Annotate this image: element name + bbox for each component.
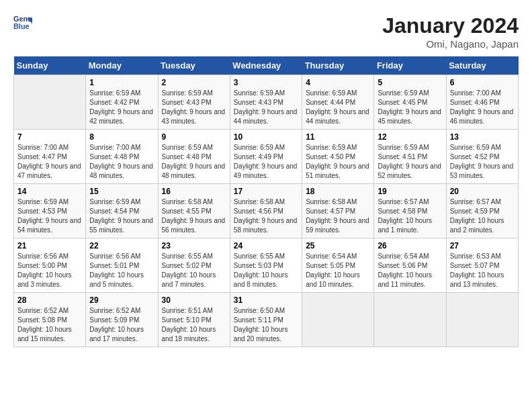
- calendar-cell: 29Sunrise: 6:52 AMSunset: 5:09 PMDayligh…: [86, 293, 158, 347]
- calendar-cell: 16Sunrise: 6:58 AMSunset: 4:55 PMDayligh…: [158, 184, 230, 238]
- title-block: January 2024 Omi, Nagano, Japan: [382, 13, 519, 50]
- day-number: 18: [306, 187, 370, 196]
- day-info: Sunrise: 7:00 AMSunset: 4:48 PMDaylight:…: [89, 143, 154, 181]
- calendar-cell: [14, 75, 86, 130]
- svg-text:Blue: Blue: [13, 22, 30, 30]
- day-number: 29: [89, 295, 154, 305]
- calendar-cell: 21Sunrise: 6:56 AMSunset: 5:00 PMDayligh…: [14, 238, 86, 293]
- day-number: 8: [89, 132, 154, 142]
- day-number: 19: [378, 187, 442, 196]
- day-info: Sunrise: 6:52 AMSunset: 5:08 PMDaylight:…: [17, 306, 82, 344]
- day-number: 13: [450, 132, 515, 142]
- day-number: 7: [17, 132, 82, 142]
- calendar-cell: [302, 293, 374, 347]
- day-info: Sunrise: 6:59 AMSunset: 4:52 PMDaylight:…: [450, 143, 515, 181]
- day-info: Sunrise: 6:57 AMSunset: 4:58 PMDaylight:…: [378, 197, 442, 235]
- calendar-cell: 7Sunrise: 7:00 AMSunset: 4:47 PMDaylight…: [14, 130, 86, 184]
- page-header: General Blue January 2024 Omi, Nagano, J…: [13, 13, 519, 50]
- day-number: 20: [450, 187, 515, 196]
- day-info: Sunrise: 6:58 AMSunset: 4:56 PMDaylight:…: [234, 197, 298, 235]
- day-number: 26: [378, 241, 442, 250]
- day-number: 25: [306, 241, 370, 250]
- day-info: Sunrise: 6:59 AMSunset: 4:43 PMDaylight:…: [162, 89, 226, 126]
- day-info: Sunrise: 6:56 AMSunset: 5:01 PMDaylight:…: [89, 252, 154, 289]
- day-number: 16: [162, 187, 226, 196]
- day-info: Sunrise: 6:59 AMSunset: 4:43 PMDaylight:…: [234, 89, 298, 126]
- calendar-week-row: 1Sunrise: 6:59 AMSunset: 4:42 PMDaylight…: [14, 75, 519, 130]
- calendar-cell: 1Sunrise: 6:59 AMSunset: 4:42 PMDaylight…: [86, 75, 158, 130]
- calendar-cell: [446, 293, 518, 347]
- calendar-cell: 19Sunrise: 6:57 AMSunset: 4:58 PMDayligh…: [374, 184, 446, 238]
- day-number: 15: [89, 187, 154, 196]
- day-info: Sunrise: 6:53 AMSunset: 5:07 PMDaylight:…: [450, 252, 515, 289]
- calendar-cell: 17Sunrise: 6:58 AMSunset: 4:56 PMDayligh…: [230, 184, 302, 238]
- day-number: 28: [17, 295, 82, 305]
- calendar-cell: 18Sunrise: 6:58 AMSunset: 4:57 PMDayligh…: [302, 184, 374, 238]
- day-number: 1: [89, 78, 154, 87]
- calendar-cell: 8Sunrise: 7:00 AMSunset: 4:48 PMDaylight…: [86, 130, 158, 184]
- day-info: Sunrise: 7:00 AMSunset: 4:46 PMDaylight:…: [450, 89, 515, 126]
- day-info: Sunrise: 6:59 AMSunset: 4:48 PMDaylight:…: [162, 143, 226, 181]
- day-info: Sunrise: 6:59 AMSunset: 4:54 PMDaylight:…: [89, 197, 154, 235]
- day-number: 31: [234, 295, 298, 305]
- calendar-cell: 11Sunrise: 6:59 AMSunset: 4:50 PMDayligh…: [302, 130, 374, 184]
- day-info: Sunrise: 6:58 AMSunset: 4:57 PMDaylight:…: [306, 197, 370, 235]
- weekday-header-tuesday: Tuesday: [158, 56, 230, 75]
- weekday-header-saturday: Saturday: [446, 56, 518, 75]
- calendar-cell: [374, 293, 446, 347]
- calendar-week-row: 14Sunrise: 6:59 AMSunset: 4:53 PMDayligh…: [14, 184, 519, 238]
- day-info: Sunrise: 6:59 AMSunset: 4:49 PMDaylight:…: [234, 143, 298, 181]
- day-number: 9: [162, 132, 226, 142]
- day-info: Sunrise: 6:54 AMSunset: 5:05 PMDaylight:…: [306, 252, 370, 289]
- day-info: Sunrise: 6:50 AMSunset: 5:11 PMDaylight:…: [234, 306, 298, 344]
- day-info: Sunrise: 6:52 AMSunset: 5:09 PMDaylight:…: [89, 306, 154, 344]
- logo: General Blue: [13, 13, 32, 32]
- day-number: 24: [234, 241, 298, 250]
- day-number: 2: [162, 78, 226, 87]
- calendar-cell: 26Sunrise: 6:54 AMSunset: 5:06 PMDayligh…: [374, 238, 446, 293]
- day-info: Sunrise: 6:51 AMSunset: 5:10 PMDaylight:…: [162, 306, 226, 344]
- calendar-cell: 12Sunrise: 6:59 AMSunset: 4:51 PMDayligh…: [374, 130, 446, 184]
- location: Omi, Nagano, Japan: [382, 38, 519, 50]
- calendar-cell: 10Sunrise: 6:59 AMSunset: 4:49 PMDayligh…: [230, 130, 302, 184]
- weekday-header-monday: Monday: [86, 56, 158, 75]
- day-info: Sunrise: 6:55 AMSunset: 5:02 PMDaylight:…: [162, 252, 226, 289]
- day-info: Sunrise: 6:54 AMSunset: 5:06 PMDaylight:…: [378, 252, 442, 289]
- day-number: 27: [450, 241, 515, 250]
- calendar-week-row: 7Sunrise: 7:00 AMSunset: 4:47 PMDaylight…: [14, 130, 519, 184]
- calendar-cell: 15Sunrise: 6:59 AMSunset: 4:54 PMDayligh…: [86, 184, 158, 238]
- day-info: Sunrise: 6:59 AMSunset: 4:42 PMDaylight:…: [89, 89, 154, 126]
- day-info: Sunrise: 6:58 AMSunset: 4:55 PMDaylight:…: [162, 197, 226, 235]
- calendar-cell: 28Sunrise: 6:52 AMSunset: 5:08 PMDayligh…: [14, 293, 86, 347]
- calendar-cell: 27Sunrise: 6:53 AMSunset: 5:07 PMDayligh…: [446, 238, 518, 293]
- calendar-cell: 23Sunrise: 6:55 AMSunset: 5:02 PMDayligh…: [158, 238, 230, 293]
- day-number: 11: [306, 132, 370, 142]
- day-number: 4: [306, 78, 370, 87]
- calendar-cell: 13Sunrise: 6:59 AMSunset: 4:52 PMDayligh…: [446, 130, 518, 184]
- weekday-header-sunday: Sunday: [14, 56, 86, 75]
- calendar-cell: 4Sunrise: 6:59 AMSunset: 4:44 PMDaylight…: [302, 75, 374, 130]
- day-number: 12: [378, 132, 442, 142]
- calendar-cell: 24Sunrise: 6:55 AMSunset: 5:03 PMDayligh…: [230, 238, 302, 293]
- day-number: 21: [17, 241, 82, 250]
- weekday-header-wednesday: Wednesday: [230, 56, 302, 75]
- day-info: Sunrise: 7:00 AMSunset: 4:47 PMDaylight:…: [17, 143, 82, 181]
- day-number: 14: [17, 187, 82, 196]
- day-number: 5: [378, 78, 442, 87]
- calendar-table: SundayMondayTuesdayWednesdayThursdayFrid…: [13, 56, 519, 347]
- weekday-header-friday: Friday: [374, 56, 446, 75]
- logo-icon: General Blue: [13, 13, 32, 32]
- day-number: 23: [162, 241, 226, 250]
- calendar-cell: 9Sunrise: 6:59 AMSunset: 4:48 PMDaylight…: [158, 130, 230, 184]
- calendar-cell: 20Sunrise: 6:57 AMSunset: 4:59 PMDayligh…: [446, 184, 518, 238]
- calendar-week-row: 28Sunrise: 6:52 AMSunset: 5:08 PMDayligh…: [14, 293, 519, 347]
- day-number: 3: [234, 78, 298, 87]
- day-info: Sunrise: 6:57 AMSunset: 4:59 PMDaylight:…: [450, 197, 515, 235]
- day-info: Sunrise: 6:59 AMSunset: 4:50 PMDaylight:…: [306, 143, 370, 181]
- day-info: Sunrise: 6:56 AMSunset: 5:00 PMDaylight:…: [17, 252, 82, 289]
- calendar-cell: 2Sunrise: 6:59 AMSunset: 4:43 PMDaylight…: [158, 75, 230, 130]
- calendar-cell: 14Sunrise: 6:59 AMSunset: 4:53 PMDayligh…: [14, 184, 86, 238]
- day-number: 17: [234, 187, 298, 196]
- day-number: 30: [162, 295, 226, 305]
- day-info: Sunrise: 6:55 AMSunset: 5:03 PMDaylight:…: [234, 252, 298, 289]
